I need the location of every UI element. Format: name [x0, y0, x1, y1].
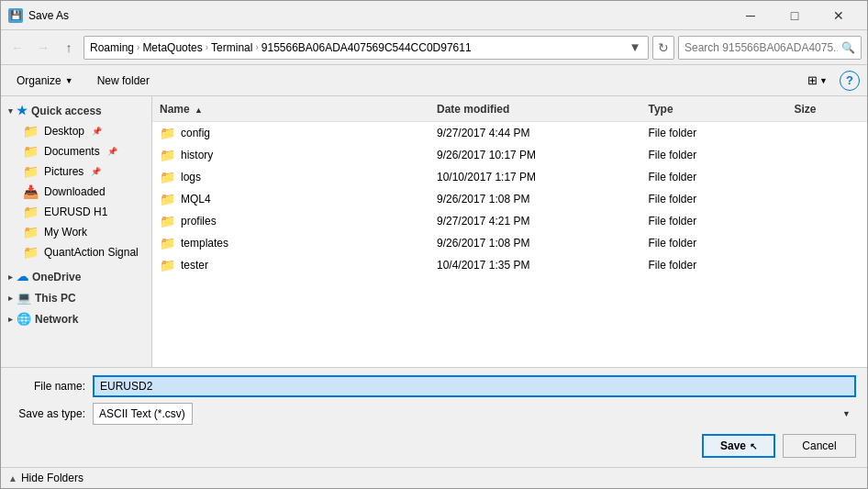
table-row[interactable]: 📁 logs 10/10/2017 1:17 PM File folder [152, 166, 867, 188]
table-row[interactable]: 📁 config 9/27/2017 4:44 PM File folder [152, 122, 867, 144]
folder-icon: 📁 [23, 225, 39, 239]
table-row[interactable]: 📁 tester 10/4/2017 1:35 PM File folder [152, 254, 867, 276]
col-size-header[interactable]: Size [787, 103, 868, 116]
search-input[interactable] [684, 41, 838, 54]
search-icon: 🔍 [841, 41, 855, 54]
onedrive-label: OneDrive [32, 271, 81, 283]
bottom-panel: File name: Save as type: ASCII Text (*.c… [1, 367, 867, 467]
close-button[interactable]: ✕ [818, 5, 860, 27]
saveas-select[interactable]: ASCII Text (*.csv) [93, 403, 193, 425]
sidebar-item-quantaction[interactable]: 📁 QuantAction Signal [1, 242, 151, 262]
table-row[interactable]: 📁 profiles 9/27/2017 4:21 PM File folder [152, 210, 867, 232]
sidebar-onedrive[interactable]: ▸ ☁ OneDrive [1, 266, 151, 287]
save-cursor-icon: ↖ [750, 441, 757, 451]
cancel-button[interactable]: Cancel [783, 434, 856, 458]
table-row[interactable]: 📁 history 9/26/2017 10:17 PM File folder [152, 144, 867, 166]
organize-chevron: ▼ [65, 76, 73, 85]
chevron-right-icon: ▸ [8, 294, 13, 303]
col-date-header[interactable]: Date modified [429, 103, 641, 116]
hide-folders-row: ▲ Hide Folders [1, 467, 867, 488]
folder-icon: 📁 [160, 192, 175, 206]
file-list: Name ▲ Date modified Type Size 📁 config [152, 96, 867, 367]
view-chevron: ▼ [819, 76, 828, 85]
back-button[interactable]: ← [6, 37, 28, 59]
path-metaquotes[interactable]: MetaQuotes [142, 41, 202, 54]
minimize-button[interactable]: ─ [729, 5, 772, 27]
network-icon: 🌐 [17, 312, 31, 326]
sidebar-item-documents[interactable]: 📁 Documents 📌 [1, 141, 151, 161]
file-name-cell: 📁 profiles [152, 214, 429, 228]
file-date-cell: 9/26/2017 10:17 PM [429, 149, 641, 161]
table-row[interactable]: 📁 templates 9/26/2017 1:08 PM File folde… [152, 232, 867, 254]
col-name-header[interactable]: Name ▲ [152, 103, 429, 116]
new-folder-label: New folder [97, 74, 150, 87]
file-date-cell: 10/4/2017 1:35 PM [429, 259, 641, 272]
title-bar-buttons: ─ □ ✕ [729, 5, 860, 27]
dialog-save-as: 💾 Save As ─ □ ✕ ← → ↑ Roaming › MetaQuot… [0, 0, 868, 489]
filename-input[interactable] [93, 375, 856, 397]
save-button[interactable]: Save ↖ [702, 434, 775, 458]
folder-icon: 📁 [23, 245, 39, 260]
buttons-row: Save ↖ Cancel [12, 430, 856, 460]
quick-access-icon: ★ [17, 104, 28, 117]
folder-icon: 📁 [23, 205, 39, 219]
view-button[interactable]: ⊞ ▼ [801, 70, 834, 91]
path-roaming[interactable]: Roaming [90, 41, 134, 54]
saveas-wrapper: ASCII Text (*.csv) [93, 403, 856, 425]
help-button[interactable]: ? [840, 71, 860, 91]
file-type-cell: File folder [641, 259, 787, 272]
folder-icon: 📁 [160, 126, 175, 140]
file-name-cell: 📁 config [152, 126, 429, 140]
file-date-cell: 9/27/2017 4:21 PM [429, 215, 641, 228]
organize-button[interactable]: Organize ▼ [8, 71, 82, 91]
sidebar-item-eurusd-h1[interactable]: 📁 EURUSD H1 [1, 202, 151, 222]
file-name-cell: 📁 logs [152, 170, 429, 184]
path-hash[interactable]: 915566BA06ADA407569C544CC0D97611 [262, 41, 472, 54]
sidebar-quick-access-header[interactable]: ▾ ★ Quick access [1, 100, 151, 121]
sidebar-item-label: Documents [44, 145, 100, 158]
search-box: 🔍 [678, 36, 862, 60]
maximize-button[interactable]: □ [773, 5, 816, 27]
hide-folders-link[interactable]: Hide Folders [21, 472, 83, 484]
sidebar-item-my-work[interactable]: 📁 My Work [1, 222, 151, 242]
file-name-text: history [181, 149, 213, 161]
file-name-cell: 📁 tester [152, 258, 429, 272]
sidebar-network[interactable]: ▸ 🌐 Network [1, 308, 151, 329]
file-type-cell: File folder [641, 237, 787, 250]
filename-row: File name: [12, 375, 856, 397]
folder-icon: 📁 [160, 236, 175, 250]
path-terminal[interactable]: Terminal [211, 41, 252, 54]
sidebar-item-label: Downloaded [44, 185, 106, 198]
sidebar-item-label: My Work [44, 226, 87, 239]
forward-button[interactable]: → [32, 37, 54, 59]
sidebar-item-desktop[interactable]: 📁 Desktop 📌 [1, 121, 151, 141]
pin-icon: 📌 [107, 147, 117, 156]
col-type-header[interactable]: Type [641, 103, 787, 116]
path-dropdown-button[interactable]: ▼ [628, 37, 642, 59]
view-icon: ⊞ [807, 73, 818, 87]
pc-icon: 💻 [17, 291, 31, 305]
network-label: Network [35, 313, 78, 326]
refresh-button[interactable]: ↻ [652, 36, 674, 60]
file-list-header: Name ▲ Date modified Type Size [152, 96, 867, 122]
new-folder-button[interactable]: New folder [89, 71, 158, 91]
file-name-text: MQL4 [181, 193, 211, 206]
table-row[interactable]: 📁 MQL4 9/26/2017 1:08 PM File folder [152, 188, 867, 210]
address-path: Roaming › MetaQuotes › Terminal › 915566… [83, 36, 649, 60]
pin-icon: 📌 [92, 127, 102, 136]
main-content: ▾ ★ Quick access 📁 Desktop 📌 📁 Documents… [1, 96, 867, 367]
title-bar: 💾 Save As ─ □ ✕ [1, 1, 867, 30]
sidebar-item-pictures[interactable]: 📁 Pictures 📌 [1, 161, 151, 182]
file-date-cell: 9/26/2017 1:08 PM [429, 237, 641, 250]
sidebar-this-pc[interactable]: ▸ 💻 This PC [1, 287, 151, 308]
file-name-text: profiles [181, 215, 217, 228]
up-button[interactable]: ↑ [58, 37, 80, 59]
saveas-label: Save as type: [12, 407, 85, 420]
sidebar-item-downloaded[interactable]: 📥 Downloaded [1, 182, 151, 202]
folder-icon: 📁 [160, 214, 175, 228]
folder-icon: 📁 [23, 144, 39, 159]
file-name-text: config [181, 127, 210, 139]
folder-icon: 📁 [160, 258, 175, 272]
file-name-cell: 📁 history [152, 148, 429, 162]
file-date-cell: 9/26/2017 1:08 PM [429, 193, 641, 206]
